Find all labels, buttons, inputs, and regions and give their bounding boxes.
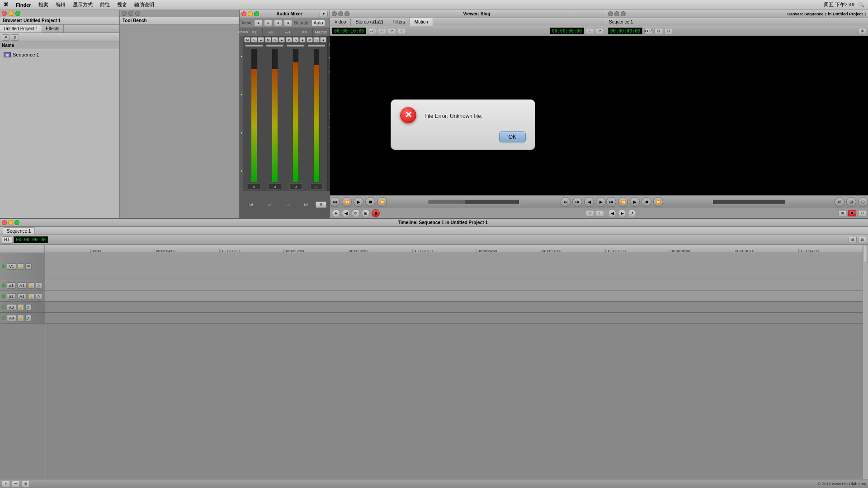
- maximize-button[interactable]: [344, 11, 349, 16]
- canvas-scrubber[interactable]: [713, 200, 785, 204]
- view-menu[interactable]: 显示方式: [73, 1, 93, 8]
- canvas-btn1[interactable]: ⊞: [858, 28, 866, 34]
- a1-track-content[interactable]: [45, 280, 863, 291]
- window-menu[interactable]: 视窗: [117, 1, 127, 8]
- a2-link[interactable]: ▲: [278, 37, 285, 42]
- transport-stop[interactable]: ⏹: [365, 197, 375, 207]
- a3-inner[interactable]: A3: [7, 304, 16, 310]
- minimize-button[interactable]: [338, 11, 343, 16]
- tab-video[interactable]: Video: [330, 18, 351, 26]
- maximize-button[interactable]: [14, 220, 19, 225]
- browser-btn-1[interactable]: ≡: [2, 34, 10, 41]
- close-button[interactable]: [608, 11, 613, 16]
- timeline-btn2[interactable]: ⊟: [858, 237, 866, 243]
- transport-play[interactable]: ▶: [354, 197, 363, 207]
- finder-menu[interactable]: Finder: [16, 2, 31, 8]
- viewer-zoom[interactable]: 22°: [368, 28, 376, 34]
- v1-name[interactable]: V1: [7, 263, 16, 270]
- minimize-button[interactable]: [8, 220, 13, 225]
- close-button[interactable]: [2, 220, 7, 225]
- a4-link[interactable]: ▲: [320, 37, 326, 42]
- minimize-button[interactable]: [248, 11, 253, 16]
- a2-mute-btn[interactable]: 🔊: [36, 293, 42, 300]
- transport-goto-start[interactable]: ⏮: [330, 197, 340, 207]
- a4-track-content[interactable]: [45, 313, 863, 323]
- view-4[interactable]: 4: [284, 20, 292, 26]
- viewer-end-btn2[interactable]: ✂: [596, 28, 604, 34]
- a1-lock[interactable]: 🔒: [28, 282, 34, 289]
- canvas-stop[interactable]: ⏹: [642, 197, 651, 207]
- a1-label-name[interactable]: a1: [7, 282, 16, 289]
- scrollbar-thumb[interactable]: [863, 245, 868, 263]
- a2-pan[interactable]: [266, 44, 284, 47]
- browser-btn-2[interactable]: ⊞: [11, 34, 19, 41]
- sequence-tab[interactable]: Sequence 1: [3, 227, 35, 235]
- a2-inner[interactable]: A2: [17, 293, 27, 300]
- transport-prev[interactable]: ⏪: [342, 197, 352, 207]
- v1-visibility[interactable]: 👁: [25, 263, 32, 270]
- canvas-play2[interactable]: ▶: [618, 209, 626, 217]
- transport-next[interactable]: ⏩: [377, 197, 387, 207]
- a1-inner[interactable]: A1: [17, 282, 27, 289]
- v1-lock[interactable]: 🔒: [18, 263, 24, 270]
- canvas-rec[interactable]: ◀: [608, 209, 616, 217]
- tab-motion[interactable]: Motion: [410, 18, 433, 26]
- close-button[interactable]: [2, 11, 7, 16]
- a4-mute[interactable]: M: [307, 37, 313, 42]
- viewer-rec[interactable]: ●: [332, 209, 340, 217]
- viewer-mark-out[interactable]: ⏮: [572, 197, 582, 207]
- a3-link[interactable]: ▲: [299, 37, 306, 42]
- a4-solo[interactable]: S: [313, 37, 320, 42]
- minimize-button[interactable]: [9, 11, 14, 16]
- canvas-play[interactable]: ▶: [630, 197, 640, 207]
- viewer-to-in[interactable]: ◀: [584, 197, 594, 207]
- canvas-zoom2[interactable]: ⊟: [664, 28, 672, 34]
- viewer-play-back[interactable]: ◀: [342, 209, 350, 217]
- a3-mute-btn[interactable]: 🔊: [25, 304, 32, 310]
- a1-solo[interactable]: S: [251, 37, 257, 42]
- a4-lock[interactable]: 🔒: [18, 315, 24, 321]
- a2-lock[interactable]: 🔒: [28, 293, 34, 300]
- viewer-mark-in[interactable]: ⏭: [561, 197, 571, 207]
- timeline-scrollbar[interactable]: [863, 245, 868, 479]
- viewer-snap[interactable]: ⊞: [362, 209, 370, 217]
- go-menu[interactable]: 前往: [100, 1, 110, 8]
- maximize-button[interactable]: [15, 11, 20, 16]
- minimize-button[interactable]: [614, 11, 619, 16]
- canvas-prev[interactable]: ⏪: [618, 197, 628, 207]
- a1-mute[interactable]: M: [244, 37, 250, 42]
- view-3[interactable]: 3: [274, 20, 282, 26]
- a3-lock[interactable]: 🔒: [18, 304, 24, 310]
- tab-effects[interactable]: Effects: [42, 25, 63, 33]
- a2-label-name[interactable]: a2: [7, 293, 16, 300]
- a1-link[interactable]: ▲: [258, 37, 264, 42]
- minimize-button[interactable]: [128, 11, 133, 16]
- viewer-scrubber[interactable]: [429, 200, 519, 204]
- tab-stereo[interactable]: Stereo (a1a2): [351, 18, 388, 26]
- a2-track-content[interactable]: [45, 291, 863, 301]
- mixer-settings[interactable]: ▼: [320, 11, 328, 17]
- a3-solo[interactable]: S: [292, 37, 299, 42]
- close-button[interactable]: [241, 11, 246, 16]
- source-dropdown[interactable]: Auto: [311, 19, 326, 27]
- close-button[interactable]: [332, 11, 337, 16]
- help-menu[interactable]: 辅助说明: [134, 1, 154, 8]
- canvas-btn-extra3[interactable]: ⊟: [858, 197, 868, 207]
- view-2[interactable]: 2: [264, 20, 272, 26]
- viewer-safe-zone[interactable]: ⊞: [398, 28, 406, 34]
- a4-inner[interactable]: A4: [7, 315, 16, 321]
- apple-menu[interactable]: ⌘: [4, 2, 9, 8]
- v1-track-content[interactable]: [45, 253, 863, 280]
- a3-track-content[interactable]: [45, 302, 863, 312]
- a2-mute[interactable]: M: [265, 37, 271, 42]
- sequence-item[interactable]: ▦ Sequence 1: [2, 51, 118, 58]
- canvas-loop[interactable]: ↺: [628, 209, 636, 217]
- tab-project[interactable]: Untitled Project 1: [0, 25, 42, 33]
- canvas-btn-extra2[interactable]: ⊞: [846, 197, 856, 207]
- search-icon[interactable]: 🔍: [858, 2, 864, 8]
- canvas-fit[interactable]: ⊡: [654, 28, 662, 34]
- a3-pan[interactable]: [287, 44, 305, 47]
- a2-solo[interactable]: S: [272, 37, 278, 42]
- timeline-btn1[interactable]: ⊞: [849, 237, 857, 243]
- bottom-btn2[interactable]: 〜: [12, 481, 20, 487]
